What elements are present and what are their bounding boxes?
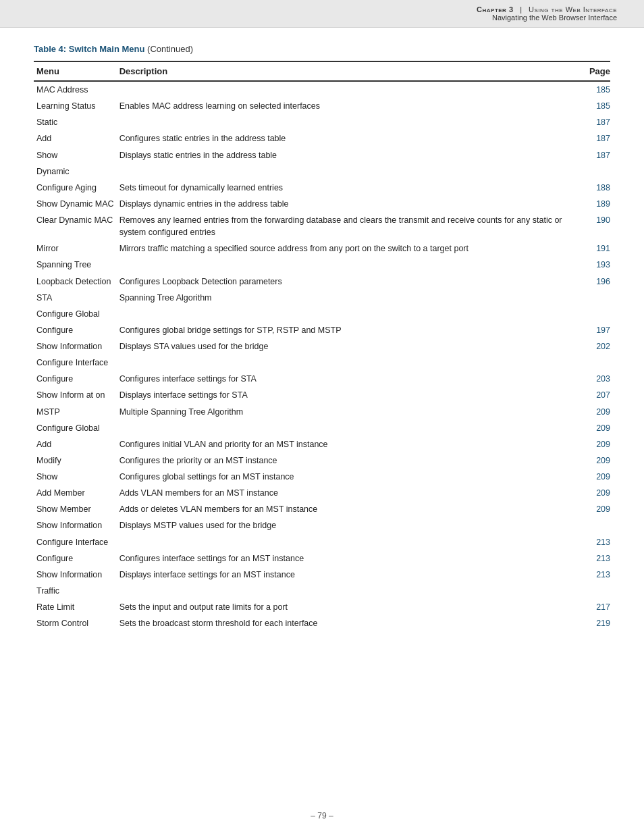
cell-menu: Configure Aging xyxy=(34,180,117,196)
cell-page xyxy=(587,163,610,180)
cell-description: Adds VLAN members for an MST instance xyxy=(117,485,587,501)
table-row: Add MemberAdds VLAN members for an MST i… xyxy=(34,485,610,501)
cell-menu: Show Information xyxy=(34,567,117,583)
cell-description: Configures Loopback Detection parameters xyxy=(117,273,587,290)
cell-description: Multiple Spanning Tree Algorithm xyxy=(117,404,587,420)
table-row: Dynamic xyxy=(34,163,610,180)
cell-menu: MAC Address xyxy=(34,81,117,98)
cell-page: 213 xyxy=(587,550,610,567)
cell-description: Configures initial VLAN and priority for… xyxy=(117,436,587,452)
table-row: Show Dynamic MACDisplays dynamic entries… xyxy=(34,196,610,212)
cell-page: 209 xyxy=(587,501,610,517)
main-table: Menu Description Page MAC Address185Lear… xyxy=(34,61,610,631)
table-row: Configure Interface213 xyxy=(34,534,610,550)
cell-menu: Loopback Detection xyxy=(34,273,117,290)
cell-description: Sets the input and output rate limits fo… xyxy=(117,599,587,615)
cell-menu: Configure xyxy=(34,550,117,567)
cell-description: Removes any learned entries from the for… xyxy=(117,212,587,240)
cell-description: Displays STA values used for the bridge xyxy=(117,338,587,355)
table-title-bold: Table 4: Switch Main Menu xyxy=(34,44,144,54)
cell-menu: Add Member xyxy=(34,485,117,501)
cell-page: 187 xyxy=(587,147,610,163)
table-row: Spanning Tree193 xyxy=(34,257,610,273)
cell-description xyxy=(117,81,587,98)
cell-description xyxy=(117,163,587,180)
table-row: STASpanning Tree Algorithm xyxy=(34,290,610,306)
cell-page: 193 xyxy=(587,257,610,273)
cell-menu: Configure Interface xyxy=(34,355,117,371)
chapter-num: Chapter 3 xyxy=(477,5,514,14)
table-row: Configure AgingSets timeout for dynamica… xyxy=(34,180,610,196)
cell-page xyxy=(587,583,610,599)
table-row: MSTPMultiple Spanning Tree Algorithm209 xyxy=(34,404,610,420)
cell-page: 197 xyxy=(587,322,610,338)
table-row: Show MemberAdds or deletes VLAN members … xyxy=(34,501,610,517)
cell-description: Displays static entries in the address t… xyxy=(117,147,587,163)
table-row: Show InformationDisplays interface setti… xyxy=(34,567,610,583)
table-row: AddConfigures initial VLAN and priority … xyxy=(34,436,610,452)
cell-menu: Storm Control xyxy=(34,615,117,631)
cell-page: 219 xyxy=(587,615,610,631)
cell-page: 189 xyxy=(587,196,610,212)
cell-menu: Show xyxy=(34,469,117,485)
cell-menu: Show Dynamic MAC xyxy=(34,196,117,212)
cell-description xyxy=(117,583,587,599)
cell-description xyxy=(117,114,587,130)
cell-menu: Configure xyxy=(34,371,117,387)
cell-page: 191 xyxy=(587,240,610,257)
table-row: MirrorMirrors traffic matching a specifi… xyxy=(34,240,610,257)
cell-page: 209 xyxy=(587,485,610,501)
cell-description: Spanning Tree Algorithm xyxy=(117,290,587,306)
cell-menu: Traffic xyxy=(34,583,117,599)
table-row: Traffic xyxy=(34,583,610,599)
page-header: Chapter 3 | Using the Web Interface Navi… xyxy=(0,0,644,28)
chapter-label: Chapter 3 | Using the Web Interface xyxy=(27,5,617,14)
table-header-row: Menu Description Page xyxy=(34,61,610,81)
table-row: ConfigureConfigures global bridge settin… xyxy=(34,322,610,338)
cell-menu: Configure Global xyxy=(34,306,117,322)
cell-description: Displays dynamic entries in the address … xyxy=(117,196,587,212)
table-row: Configure Interface xyxy=(34,355,610,371)
cell-page: 213 xyxy=(587,534,610,550)
page-wrapper: Chapter 3 | Using the Web Interface Navi… xyxy=(0,0,644,834)
cell-page: 188 xyxy=(587,180,610,196)
table-row: Loopback DetectionConfigures Loopback De… xyxy=(34,273,610,290)
cell-menu: Static xyxy=(34,114,117,130)
cell-description: Sets the broadcast storm threshold for e… xyxy=(117,615,587,631)
cell-menu: Add xyxy=(34,130,117,147)
cell-description xyxy=(117,420,587,436)
table-row: Rate LimitSets the input and output rate… xyxy=(34,599,610,615)
table-row: ConfigureConfigures interface settings f… xyxy=(34,550,610,567)
cell-menu: Show xyxy=(34,147,117,163)
cell-menu: Show Member xyxy=(34,501,117,517)
cell-description xyxy=(117,257,587,273)
cell-page: 187 xyxy=(587,114,610,130)
cell-page: 209 xyxy=(587,420,610,436)
cell-description: Sets timeout for dynamically learned ent… xyxy=(117,180,587,196)
cell-description: Adds or deletes VLAN members for an MST … xyxy=(117,501,587,517)
table-row: ModifyConfigures the priority or an MST … xyxy=(34,452,610,469)
cell-page: 209 xyxy=(587,404,610,420)
cell-description xyxy=(117,306,587,322)
cell-menu: Modify xyxy=(34,452,117,469)
cell-page: 203 xyxy=(587,371,610,387)
cell-menu: Configure Interface xyxy=(34,534,117,550)
col-header-description: Description xyxy=(117,61,587,81)
cell-page: 213 xyxy=(587,567,610,583)
content-area: Table 4: Switch Main Menu (Continued) Me… xyxy=(0,28,644,658)
cell-menu: Show Information xyxy=(34,338,117,355)
cell-page: 209 xyxy=(587,452,610,469)
col-header-page: Page xyxy=(587,61,610,81)
cell-menu: Learning Status xyxy=(34,98,117,114)
table-row: Show Inform at onDisplays interface sett… xyxy=(34,387,610,403)
page-footer: – 79 – xyxy=(0,811,644,820)
col-header-menu: Menu xyxy=(34,61,117,81)
chapter-separator: | xyxy=(520,5,522,14)
cell-description: Configures static entries in the address… xyxy=(117,130,587,147)
cell-menu: Add xyxy=(34,436,117,452)
table-row: Configure Global xyxy=(34,306,610,322)
cell-description xyxy=(117,534,587,550)
chapter-title: Using the Web Interface xyxy=(529,5,617,14)
table-row: MAC Address185 xyxy=(34,81,610,98)
table-continued: (Continued) xyxy=(147,44,193,54)
